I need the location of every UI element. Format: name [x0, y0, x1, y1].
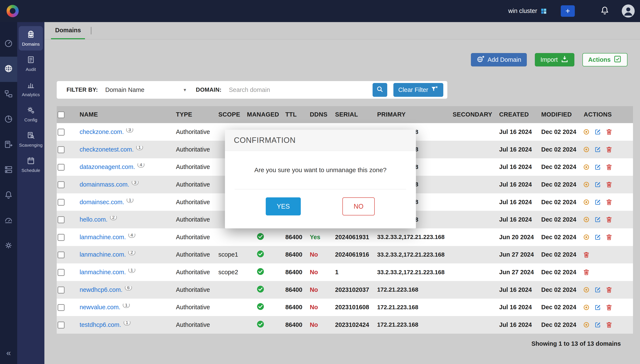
- domain-search-input[interactable]: [229, 86, 372, 94]
- unmanage-action-icon[interactable]: [583, 304, 590, 311]
- delete-action-icon[interactable]: [605, 216, 612, 223]
- delete-action-icon[interactable]: [605, 321, 612, 328]
- actions-button[interactable]: Actions: [582, 53, 627, 66]
- created-cell: Jun 20 2024: [493, 234, 535, 241]
- header-ttl: TTL: [279, 111, 304, 118]
- edit-action-icon[interactable]: [594, 321, 601, 328]
- edit-action-icon[interactable]: [594, 181, 601, 188]
- domain-link[interactable]: domainsec.com.: [80, 199, 124, 206]
- domain-link[interactable]: newdhcp6.com.: [80, 286, 123, 293]
- rail-item-administration[interactable]: [0, 234, 17, 259]
- domain-link[interactable]: domainmass.com.: [80, 181, 129, 188]
- row-checkbox[interactable]: [58, 252, 65, 258]
- delete-action-icon[interactable]: [605, 146, 612, 153]
- add-domain-button[interactable]: Add Domain: [471, 53, 527, 66]
- domain-link[interactable]: newvalue.com.: [80, 304, 120, 310]
- edit-action-icon[interactable]: [594, 164, 601, 171]
- rail-item-dns-server[interactable]: [0, 158, 17, 183]
- edit-action-icon[interactable]: [594, 286, 601, 293]
- rail-item-dhcp-server[interactable]: [0, 132, 17, 158]
- sidebar-item-audit[interactable]: Audit: [19, 51, 43, 76]
- row-checkbox[interactable]: [58, 322, 65, 328]
- row-checkbox[interactable]: [58, 146, 65, 153]
- delete-action-icon[interactable]: [583, 269, 590, 276]
- sidebar-item-analytics[interactable]: Analytics: [19, 76, 43, 101]
- row-checkbox[interactable]: [58, 181, 65, 188]
- domain-link[interactable]: testdhcp6.com.: [80, 321, 121, 328]
- actions-cell: [578, 146, 633, 153]
- select-all-checkbox[interactable]: [58, 112, 65, 118]
- domain-link[interactable]: checkzone.com.: [80, 128, 124, 135]
- filter-bar: FILTER BY: Domain Name ▾ DOMAIN: Clear F…: [57, 81, 447, 99]
- rail-item-dashboard[interactable]: [0, 32, 17, 57]
- domain-link[interactable]: lanmachine.com.: [80, 251, 126, 258]
- delete-action-icon[interactable]: [605, 234, 612, 241]
- unmanage-action-icon[interactable]: [583, 181, 590, 188]
- delete-action-icon[interactable]: [605, 286, 612, 293]
- sidebar-item-scavenging[interactable]: Scavenging: [19, 127, 43, 152]
- edit-action-icon[interactable]: [594, 128, 601, 136]
- unmanage-action-icon[interactable]: [583, 199, 590, 206]
- managed-check-icon: [256, 232, 264, 242]
- created-cell: Jul 16 2024: [493, 181, 535, 188]
- rail-item-monitoring[interactable]: [0, 208, 17, 234]
- cluster-selector[interactable]: win cluster: [508, 8, 547, 14]
- row-checkbox[interactable]: [58, 199, 65, 206]
- tab-domains[interactable]: Domains: [51, 22, 85, 40]
- unmanage-action-icon[interactable]: [583, 146, 590, 153]
- delete-action-icon[interactable]: [583, 251, 590, 258]
- row-checkbox[interactable]: [58, 164, 65, 171]
- sidebar-item-schedule[interactable]: Schedule: [19, 152, 43, 177]
- modified-cell: Dec 02 2024: [535, 181, 578, 188]
- sidebar-item-config[interactable]: Config: [19, 102, 43, 126]
- edit-action-icon[interactable]: [594, 146, 601, 153]
- delete-action-icon[interactable]: [605, 128, 612, 136]
- unmanage-action-icon[interactable]: [583, 321, 590, 328]
- domain-link[interactable]: hello.com.: [80, 216, 108, 223]
- confirm-yes-button[interactable]: YES: [266, 198, 301, 216]
- confirm-no-button[interactable]: NO: [343, 198, 375, 216]
- domain-link[interactable]: datazoneagent.com.: [80, 164, 135, 170]
- delete-action-icon[interactable]: [605, 164, 612, 171]
- edit-action-icon[interactable]: [594, 234, 601, 241]
- delete-action-icon[interactable]: [605, 199, 612, 206]
- edit-action-icon[interactable]: [594, 304, 601, 311]
- row-checkbox[interactable]: [58, 216, 65, 223]
- dns-sidebar: comDomainsAuditAnalyticsConfigScavenging…: [17, 22, 45, 364]
- row-checkbox[interactable]: [58, 269, 65, 276]
- type-cell: Authoritative: [170, 164, 213, 170]
- unmanage-action-icon[interactable]: [583, 286, 590, 293]
- row-checkbox[interactable]: [58, 304, 65, 311]
- unmanage-action-icon[interactable]: [583, 164, 590, 171]
- domain-link[interactable]: lanmachine.com.: [80, 234, 126, 240]
- row-checkbox[interactable]: [58, 128, 65, 136]
- quick-add-button[interactable]: +: [561, 5, 575, 17]
- rail-item-dns[interactable]: [0, 57, 17, 82]
- collapse-sidebar-button[interactable]: «: [0, 348, 17, 358]
- unmanage-action-icon[interactable]: [583, 234, 590, 241]
- sidebar-item-domains[interactable]: comDomains: [19, 26, 43, 50]
- delete-action-icon[interactable]: [605, 304, 612, 311]
- ddns-cell: No: [304, 304, 330, 311]
- rail-item-reports-pie[interactable]: [0, 107, 17, 132]
- clear-filter-button[interactable]: Clear Filter: [393, 83, 443, 97]
- search-button[interactable]: [373, 83, 387, 97]
- name-cell: hello.com.2: [74, 216, 170, 223]
- row-checkbox[interactable]: [58, 286, 65, 294]
- user-avatar[interactable]: [622, 4, 635, 18]
- edit-action-icon[interactable]: [594, 199, 601, 206]
- unmanage-action-icon[interactable]: [583, 128, 590, 136]
- notifications-bell-icon[interactable]: [600, 6, 609, 16]
- edit-action-icon[interactable]: [594, 216, 601, 223]
- unmanage-action-icon[interactable]: [583, 216, 590, 223]
- delete-action-icon[interactable]: [605, 181, 612, 188]
- record-count-badge: 1: [124, 321, 131, 326]
- header-serial: SERIAL: [330, 111, 372, 118]
- rail-item-ipam[interactable]: [0, 82, 17, 107]
- row-checkbox[interactable]: [58, 234, 65, 241]
- rail-item-alerts[interactable]: [0, 183, 17, 208]
- filter-by-select[interactable]: Domain Name ▾: [105, 86, 186, 94]
- domain-link[interactable]: lanmachine.com.: [80, 269, 126, 276]
- domain-link[interactable]: checkzonetest.com.: [80, 146, 134, 153]
- import-button[interactable]: Import: [535, 53, 574, 66]
